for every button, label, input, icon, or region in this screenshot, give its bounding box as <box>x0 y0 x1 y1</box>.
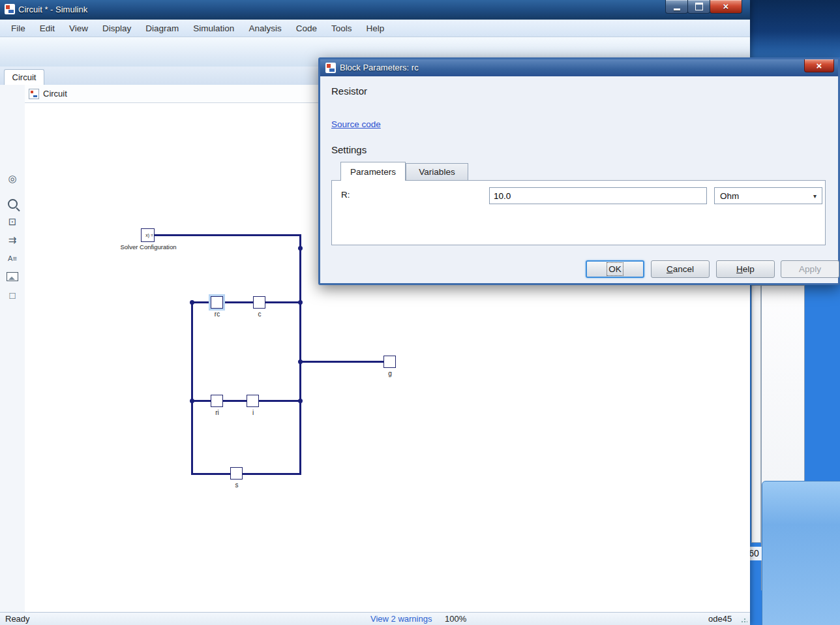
maximize-icon <box>695 3 703 10</box>
close-button[interactable]: × <box>710 0 742 14</box>
palette-toolbar: ◎ ⊡ ⇉ A≡ □ ◉ » <box>0 85 25 612</box>
solver-name: ode45 <box>708 613 732 625</box>
block-parameters-dialog: Block Parameters: rc × Resistor Source c… <box>318 57 840 285</box>
background-window-bottom <box>762 481 840 625</box>
status-ready: Ready <box>5 613 30 625</box>
settings-heading: Settings <box>331 144 367 155</box>
window-title: Circuit * - Simulink <box>18 0 87 20</box>
menu-help[interactable]: Help <box>359 22 391 35</box>
background-window-top <box>747 0 840 57</box>
block-g[interactable] <box>383 356 396 368</box>
breadcrumb-label: Circuit <box>43 89 67 99</box>
tab-circuit[interactable]: Circuit <box>4 69 44 85</box>
menu-file[interactable]: File <box>4 22 33 35</box>
area-icon[interactable]: □ <box>5 287 20 303</box>
image-icon[interactable] <box>5 269 20 284</box>
menu-display[interactable]: Display <box>95 22 138 35</box>
statusbar: Ready View 2 warnings 100% ode45 <box>0 612 750 625</box>
solver-configuration-block[interactable]: x) = <box>141 228 155 242</box>
junction-dot <box>298 246 303 251</box>
param-r-label: R: <box>341 190 350 200</box>
unit-caret-icon: ▾ <box>813 192 817 200</box>
tab-variables[interactable]: Variables <box>406 163 468 181</box>
block-ri-label: ri <box>204 409 230 416</box>
block-type-heading: Resistor <box>331 85 367 97</box>
minimize-button[interactable] <box>665 0 688 14</box>
resize-grip-icon[interactable] <box>741 617 747 623</box>
junction-dot <box>298 359 303 364</box>
dialog-title: Block Parameters: rc <box>340 59 419 76</box>
cancel-button[interactable]: Cancel <box>651 260 710 278</box>
block-s[interactable] <box>230 467 243 480</box>
wire[interactable] <box>191 473 301 475</box>
block-rc-label: rc <box>204 311 230 318</box>
menu-diagram[interactable]: Diagram <box>138 22 186 35</box>
menu-simulation[interactable]: Simulation <box>186 22 241 35</box>
apply-button: Apply <box>781 260 839 278</box>
pan-icon[interactable]: ⇉ <box>5 232 20 248</box>
block-ri[interactable] <box>211 395 223 407</box>
menu-analysis[interactable]: Analysis <box>241 22 288 35</box>
junction-dot <box>298 399 303 403</box>
ok-button[interactable]: OK <box>586 260 644 278</box>
zoom-icon[interactable] <box>5 196 20 211</box>
block-g-label: g <box>377 370 403 377</box>
param-unit-value: Ohm <box>720 191 739 201</box>
block-rc[interactable] <box>211 296 223 309</box>
wire[interactable] <box>299 361 385 363</box>
help-button[interactable]: Help <box>716 260 775 278</box>
wire[interactable] <box>299 234 301 475</box>
annotation-icon[interactable]: A≡ <box>5 251 20 266</box>
simulink-app-icon <box>5 4 15 14</box>
wire[interactable] <box>191 301 193 475</box>
titlebar[interactable]: Circuit * - Simulink <box>0 0 750 20</box>
menu-view[interactable]: View <box>62 22 95 35</box>
block-c[interactable] <box>253 296 265 309</box>
wire[interactable] <box>191 301 301 303</box>
param-unit-select[interactable]: Ohm ▾ <box>714 187 822 204</box>
menubar: File Edit View Display Diagram Simulatio… <box>0 20 750 37</box>
source-code-link[interactable]: Source code <box>331 119 381 129</box>
warnings-link[interactable]: View 2 warnings <box>370 613 432 625</box>
wire[interactable] <box>155 234 301 236</box>
dialog-titlebar[interactable]: Block Parameters: rc <box>320 59 838 76</box>
param-r-input[interactable] <box>489 187 707 204</box>
minimize-icon <box>674 8 680 10</box>
tab-parameters[interactable]: Parameters <box>340 162 406 181</box>
menu-tools[interactable]: Tools <box>324 22 359 35</box>
junction-dot <box>190 300 194 305</box>
solver-configuration-label: Solver Configuration <box>111 243 186 251</box>
junction-dot <box>190 399 194 403</box>
block-c-label: c <box>247 311 273 318</box>
maximize-button[interactable] <box>687 0 710 14</box>
fit-to-view-icon[interactable]: ⊡ <box>5 214 20 230</box>
junction-dot <box>298 300 303 305</box>
screen: 60 Circuit * - Simulink × File Edit View… <box>0 0 840 625</box>
zoom-level: 100% <box>445 613 466 625</box>
dialog-app-icon <box>325 63 336 73</box>
background-window-scrollbar[interactable] <box>751 285 761 543</box>
dialog-close-button[interactable]: × <box>804 59 834 72</box>
block-i-label: i <box>240 409 266 416</box>
model-icon <box>29 89 39 99</box>
model-browser-icon[interactable]: ◎ <box>5 171 20 187</box>
block-i[interactable] <box>247 395 259 407</box>
close-icon: × <box>723 1 729 12</box>
menu-edit[interactable]: Edit <box>33 22 62 35</box>
block-s-label: s <box>224 481 250 489</box>
dialog-close-icon: × <box>817 60 822 71</box>
menu-code[interactable]: Code <box>289 22 324 35</box>
